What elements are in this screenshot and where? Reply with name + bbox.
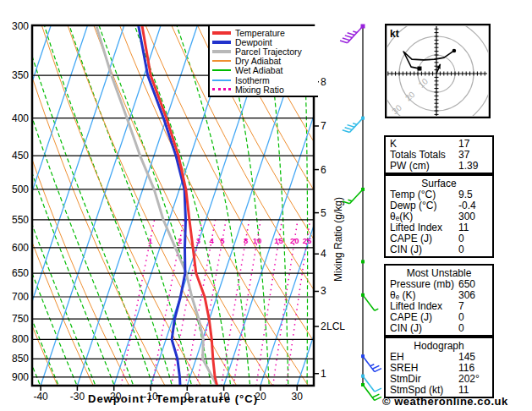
table-row-label: CIN (J)	[390, 244, 422, 255]
legend-swatch	[212, 79, 231, 81]
table-row-label: Totals Totals	[390, 149, 446, 161]
table-row: PW (cm)1.39	[386, 161, 492, 172]
wind-level-marker	[361, 25, 365, 29]
table-row-label: PW (cm)	[390, 160, 430, 172]
lcl-label: LCL	[326, 321, 345, 332]
table-row-label: θₑ (K)	[390, 289, 415, 301]
table-row-label: CAPE (J)	[390, 233, 432, 244]
table-title: Hodograph	[386, 340, 492, 352]
table-row-value: 1.39	[458, 161, 478, 172]
mixing-ratio-value-label: 2	[178, 236, 182, 245]
km-tick-label: 7	[321, 120, 326, 132]
legend-swatch	[212, 69, 231, 71]
legend-label: Isotherm	[235, 75, 270, 85]
mixing-ratio-value-label: 5	[220, 236, 225, 245]
legend-item: Mixing Ratio	[212, 85, 316, 94]
legend-item: Dry Adiabat	[212, 57, 316, 66]
legend-item: Isotherm	[212, 75, 316, 85]
legend-label: Wet Adiabat	[235, 65, 282, 75]
km-tick-label: 3	[321, 285, 326, 297]
stats-table: SurfaceTemp (°C)9.5Dewp (°C)-0.4θₑ(K)300…	[384, 174, 494, 258]
wind-level-marker	[361, 260, 365, 263]
table-row-label: Lifted Index	[390, 222, 442, 233]
legend-item: Dewpoint	[212, 37, 316, 47]
pressure-tick-label: 600	[12, 242, 29, 254]
legend-item: Wet Adiabat	[212, 66, 316, 75]
legend-swatch	[212, 31, 231, 35]
pressure-tick-label: 650	[12, 267, 29, 279]
legend-label: Dewpoint	[235, 37, 272, 47]
table-row-label: CIN (J)	[390, 322, 422, 334]
pressure-tick-label: 550	[12, 214, 29, 226]
km-tick-label: 5	[321, 207, 326, 219]
wind-barb	[361, 260, 365, 263]
mixing-ratio-value-label: 8	[244, 236, 248, 245]
table-row-value: 0	[458, 244, 464, 255]
km-tick-label: 6	[321, 164, 326, 176]
table-row-value: 0	[458, 323, 464, 334]
hodograph-unit-label: kt	[390, 28, 399, 40]
km-tick-label: 2	[321, 321, 326, 332]
stats-table: Most UnstablePressure (mb)650θₑ (K)306Li…	[384, 264, 494, 337]
table-row-label: Pressure (mb)	[390, 278, 454, 290]
table-row-label: Dewp (°C)	[390, 200, 436, 211]
legend-label: Dry Adiabat	[235, 56, 281, 66]
legend-label: Parcel Trajectory	[235, 47, 302, 57]
mixing-ratio-value-label: 15	[274, 236, 283, 245]
pressure-tick-label: 300	[12, 20, 29, 32]
pressure-tick-label: 350	[12, 69, 29, 81]
km-tick-label: 1	[321, 368, 326, 380]
table-row-label: K	[390, 138, 397, 150]
mixing-ratio-value-label: 1	[148, 236, 153, 245]
table-row-label: SREH	[390, 362, 418, 374]
wind-level-marker	[361, 117, 365, 120]
table-row-label: θₑ(K)	[390, 211, 413, 222]
pressure-tick-label: 750	[12, 313, 29, 325]
legend-swatch	[212, 88, 231, 90]
legend-item: Temperature	[212, 28, 316, 37]
stats-table: K17Totals Totals37PW (cm)1.39	[384, 135, 494, 174]
table-row: CIN (J)0	[386, 323, 492, 334]
hodograph-trace-end	[452, 49, 457, 53]
table-row: CIN (J)0	[386, 244, 492, 255]
table-title: Most Unstable	[386, 267, 492, 279]
wind-level-marker	[361, 293, 365, 297]
pressure-tick-label: 700	[12, 291, 29, 303]
table-row-label: EH	[390, 351, 404, 363]
mixing-ratio-value-label: 20	[290, 236, 299, 245]
table-row-label: CAPE (J)	[390, 311, 432, 323]
legend-label: Mixing Ratio	[235, 85, 284, 95]
wind-level-marker	[361, 188, 365, 191]
legend-label: Temperature	[235, 28, 285, 38]
table-row-label: StmDir	[390, 373, 421, 385]
mixing-ratio-axis-label: Mixing Ratio (g/kg)	[332, 197, 344, 282]
legend-item: Parcel Trajectory	[212, 47, 316, 56]
mixing-ratio-value-label: 4	[210, 236, 215, 245]
hodograph-trace-start	[417, 67, 421, 71]
x-axis-label: Dewpoint / Temperature (°C)	[32, 392, 314, 405]
legend: TemperatureDewpointParcel TrajectoryDry …	[208, 26, 318, 97]
pressure-tick-label: 800	[12, 333, 29, 345]
pressure-tick-label: 500	[12, 184, 29, 195]
table-title: Surface	[386, 178, 492, 189]
wind-level-marker	[361, 375, 365, 378]
legend-swatch	[212, 41, 231, 44]
table-row: StmSpd (kt)11	[386, 385, 492, 396]
mixing-ratio-value-label: 10	[253, 236, 262, 245]
sounding-page: hPa 53°18'N 246°35'W 732m ASL km ASL 05.…	[0, 0, 532, 411]
legend-swatch	[212, 60, 231, 62]
wind-level-marker	[361, 383, 365, 386]
pressure-tick-label: 400	[12, 112, 29, 124]
legend-swatch	[212, 50, 231, 53]
stats-table: HodographEH145SREH116StmDir202°StmSpd (k…	[384, 337, 494, 398]
pressure-tick-label: 900	[12, 371, 29, 383]
pressure-tick-label: 850	[12, 353, 29, 364]
pressure-tick-label: 450	[12, 150, 29, 162]
indices-tables: K17Totals Totals37PW (cm)1.39SurfaceTemp…	[384, 135, 494, 398]
table-row-label: Temp (°C)	[390, 189, 436, 200]
hodograph: 10203040kt	[385, 24, 491, 118]
mixing-ratio-value-label: 25	[303, 236, 312, 245]
wind-level-marker	[361, 354, 365, 358]
km-tick-label: 8	[321, 76, 326, 88]
table-row-value: 11	[458, 385, 469, 396]
